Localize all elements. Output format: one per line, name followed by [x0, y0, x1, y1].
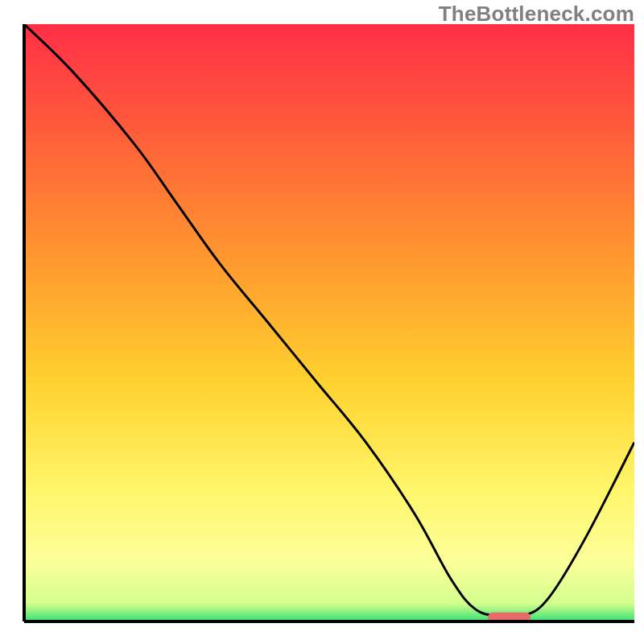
bottleneck-chart: TheBottleneck.com	[0, 0, 644, 644]
gradient-background	[24, 24, 634, 621]
watermark-label: TheBottleneck.com	[439, 2, 634, 27]
chart-svg	[10, 24, 634, 636]
